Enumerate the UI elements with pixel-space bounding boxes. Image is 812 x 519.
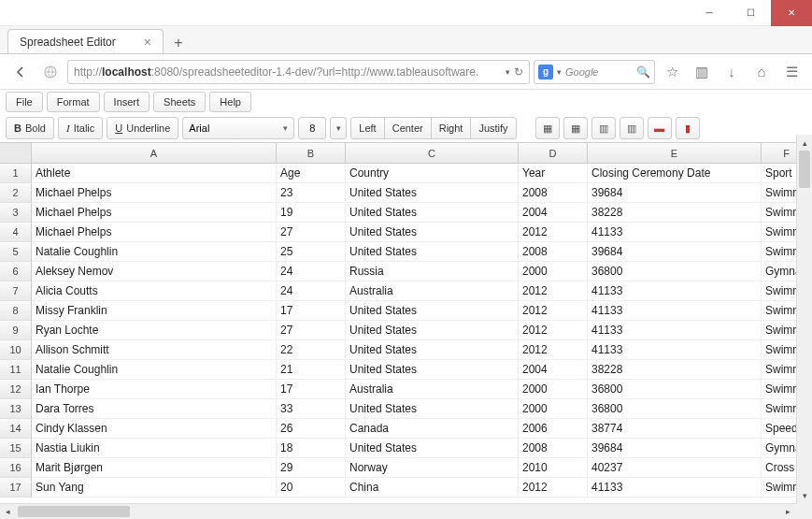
- row-header[interactable]: 14: [0, 419, 32, 439]
- align-center-button[interactable]: Center: [384, 117, 432, 139]
- cell[interactable]: Natalie Coughlin: [32, 360, 277, 380]
- bookmark-star-icon[interactable]: ☆: [659, 59, 685, 85]
- cell[interactable]: Natalie Coughlin: [32, 242, 277, 262]
- cell[interactable]: United States: [346, 439, 519, 458]
- spreadsheet-grid[interactable]: ABCDEF1AthleteAgeCountryYearClosing Cere…: [0, 142, 812, 503]
- cell[interactable]: Athlete: [32, 164, 277, 183]
- cell[interactable]: 36800: [588, 399, 762, 419]
- cell[interactable]: Nastia Liukin: [32, 439, 277, 458]
- cell[interactable]: 2006: [519, 419, 588, 439]
- cell[interactable]: 21: [277, 360, 346, 380]
- cell[interactable]: 25: [277, 242, 346, 262]
- cell[interactable]: 29: [277, 458, 346, 478]
- cell[interactable]: Sun Yang: [32, 478, 277, 497]
- cell[interactable]: United States: [346, 321, 519, 340]
- cell[interactable]: 2008: [519, 439, 588, 458]
- new-tab-button[interactable]: +: [167, 33, 190, 53]
- cell[interactable]: 2000: [519, 262, 588, 281]
- cell[interactable]: Russia: [346, 262, 519, 281]
- cell[interactable]: Michael Phelps: [32, 223, 277, 242]
- cell[interactable]: Australia: [346, 380, 519, 399]
- scroll-track[interactable]: [16, 504, 780, 519]
- row-header[interactable]: 1: [0, 164, 32, 183]
- reload-icon[interactable]: ↻: [514, 65, 523, 79]
- cell[interactable]: United States: [346, 203, 519, 223]
- back-button[interactable]: [7, 59, 34, 85]
- cell[interactable]: 41133: [588, 281, 762, 301]
- row-header[interactable]: 4: [0, 223, 32, 242]
- cell[interactable]: 2012: [519, 301, 588, 321]
- cell[interactable]: Norway: [346, 458, 519, 478]
- cell[interactable]: 33: [277, 399, 346, 419]
- bold-button[interactable]: BBold: [6, 117, 54, 139]
- scroll-left-icon[interactable]: ◂: [0, 504, 16, 519]
- cell[interactable]: 2012: [519, 321, 588, 340]
- scroll-right-icon[interactable]: ▸: [780, 504, 796, 519]
- row-header[interactable]: 9: [0, 321, 32, 340]
- maximize-button[interactable]: ☐: [730, 0, 771, 26]
- cell[interactable]: 2012: [519, 340, 588, 360]
- cell[interactable]: 38228: [588, 203, 762, 223]
- delete-row-icon[interactable]: ▬: [648, 117, 672, 139]
- cell[interactable]: 2012: [519, 478, 588, 497]
- cell[interactable]: United States: [346, 223, 519, 242]
- menu-icon[interactable]: ☰: [778, 59, 805, 85]
- cell[interactable]: 23: [277, 183, 346, 203]
- cell[interactable]: 19: [277, 203, 346, 223]
- scroll-up-icon[interactable]: ▴: [797, 135, 812, 151]
- scroll-down-icon[interactable]: ▾: [797, 487, 812, 503]
- cell[interactable]: 41133: [588, 301, 762, 321]
- column-header[interactable]: B: [277, 143, 346, 164]
- cell[interactable]: Cindy Klassen: [32, 419, 277, 439]
- search-engine-dropdown-icon[interactable]: ▾: [557, 67, 562, 77]
- cell[interactable]: 24: [277, 262, 346, 281]
- font-size-step[interactable]: ▾: [330, 117, 347, 139]
- row-header[interactable]: 15: [0, 439, 32, 458]
- cell[interactable]: Marit Bjørgen: [32, 458, 277, 478]
- underline-button[interactable]: UUnderline: [107, 117, 178, 139]
- cell[interactable]: Michael Phelps: [32, 183, 277, 203]
- cell[interactable]: United States: [346, 399, 519, 419]
- cell[interactable]: 41133: [588, 340, 762, 360]
- cell[interactable]: Michael Phelps: [32, 203, 277, 223]
- cell[interactable]: Ian Thorpe: [32, 380, 277, 399]
- cell[interactable]: Year: [519, 164, 588, 183]
- scroll-thumb[interactable]: [18, 506, 130, 517]
- align-right-button[interactable]: Right: [431, 117, 472, 139]
- cell[interactable]: 2004: [519, 203, 588, 223]
- cell[interactable]: 2000: [519, 380, 588, 399]
- cell[interactable]: United States: [346, 242, 519, 262]
- cell[interactable]: 40237: [588, 458, 762, 478]
- cell[interactable]: 27: [277, 223, 346, 242]
- delete-col-icon[interactable]: ▮: [676, 117, 700, 139]
- row-header[interactable]: 7: [0, 281, 32, 301]
- cell[interactable]: 27: [277, 321, 346, 340]
- cell[interactable]: 20: [277, 478, 346, 497]
- cell[interactable]: 41133: [588, 321, 762, 340]
- menu-file[interactable]: File: [6, 92, 43, 112]
- menu-help[interactable]: Help: [209, 92, 251, 112]
- horizontal-scrollbar[interactable]: ◂ ▸: [0, 503, 796, 519]
- cell[interactable]: 2012: [519, 281, 588, 301]
- cell[interactable]: China: [346, 478, 519, 497]
- address-bar[interactable]: http://localhost:8080/spreadsheeteditor-…: [67, 60, 530, 84]
- home-icon[interactable]: ⌂: [748, 59, 775, 85]
- cell[interactable]: 2004: [519, 360, 588, 380]
- cell[interactable]: 38228: [588, 360, 762, 380]
- cell[interactable]: Canada: [346, 419, 519, 439]
- cell[interactable]: Country: [346, 164, 519, 183]
- font-size-select[interactable]: 8: [298, 117, 326, 139]
- cell[interactable]: 2012: [519, 223, 588, 242]
- row-header[interactable]: 17: [0, 478, 32, 497]
- downloads-icon[interactable]: ↓: [719, 59, 745, 85]
- vertical-scrollbar[interactable]: ▴ ▾: [796, 135, 812, 503]
- select-all-corner[interactable]: [0, 143, 32, 164]
- row-header[interactable]: 2: [0, 183, 32, 203]
- insert-row-before-icon[interactable]: ▦: [535, 117, 560, 139]
- cell[interactable]: Alicia Coutts: [32, 281, 277, 301]
- cell[interactable]: 39684: [588, 242, 762, 262]
- minimize-button[interactable]: ─: [689, 0, 730, 26]
- cell[interactable]: 2008: [519, 242, 588, 262]
- cell[interactable]: 2008: [519, 183, 588, 203]
- cell[interactable]: Australia: [346, 281, 519, 301]
